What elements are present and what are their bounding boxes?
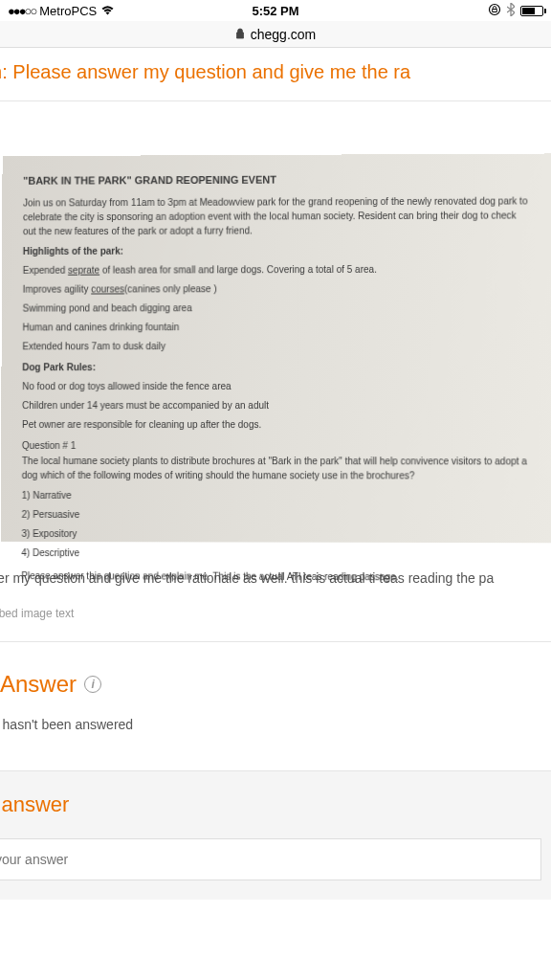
browser-address-bar[interactable]: chegg.com [0, 21, 551, 48]
doc-intro: Join us on Saturday from 11am to 3pm at … [23, 193, 531, 238]
answer-header-text: t Answer [0, 671, 77, 698]
doc-highlight: Human and canines drinking fountain [22, 319, 531, 335]
doc-highlight: Improves agility courses(canines only pl… [23, 280, 531, 297]
doc-highlight: Extended hours 7am to dusk daily [22, 338, 531, 354]
transcribed-image-link[interactable]: scribed image text [0, 595, 551, 632]
status-bar: ●●●○○ MetroPCS 5:52 PM [0, 0, 551, 21]
status-time: 5:52 PM [252, 4, 298, 18]
question-title: tion: Please answer my question and give… [0, 48, 551, 101]
bluetooth-icon [507, 3, 515, 19]
doc-rule: Pet owner are responsible for cleaning u… [22, 417, 532, 433]
expert-answer-heading: t Answer i [0, 641, 551, 711]
doc-option: 1) Narrative [22, 488, 532, 504]
wifi-icon [100, 4, 115, 18]
doc-rule: Children under 14 years must be accompan… [22, 398, 531, 413]
not-answered-text: ion hasn't been answered [0, 711, 551, 770]
doc-highlight: Expended seprate of leash area for small… [23, 261, 531, 278]
orientation-lock-icon [488, 3, 501, 19]
answer-input[interactable] [0, 838, 541, 880]
info-icon[interactable]: i [84, 676, 101, 693]
doc-highlight: Swimming pond and beach digging area [23, 300, 531, 316]
doc-option: 3) Expository [21, 526, 532, 543]
carrier-label: MetroPCS [39, 4, 97, 18]
browser-url: chegg.com [251, 27, 316, 42]
status-right [488, 3, 543, 19]
doc-question-label: Question # 1 [22, 438, 532, 454]
doc-highlights-heading: Highlights of the park: [23, 242, 531, 259]
signal-strength-icon: ●●●○○ [8, 4, 35, 18]
doc-title: "BARK IN THE PARK" GRAND REOPENING EVENT [23, 171, 530, 190]
question-image-content: "BARK IN THE PARK" GRAND REOPENING EVENT… [1, 153, 551, 543]
doc-footer: Please answer this question and explain … [21, 568, 532, 586]
doc-rule: No food or dog toys allowed inside the f… [22, 378, 531, 393]
answer-input-area [0, 838, 551, 900]
doc-rules-heading: Dog Park Rules: [22, 359, 531, 374]
doc-question-text: The local humane society plants to distr… [22, 454, 532, 483]
doc-option: 4) Descriptive [21, 546, 532, 562]
battery-icon [520, 6, 543, 16]
status-left: ●●●○○ MetroPCS [8, 4, 115, 18]
your-answer-heading: r answer [0, 770, 551, 838]
lock-icon [235, 28, 245, 41]
doc-option: 2) Persuasive [22, 507, 532, 523]
